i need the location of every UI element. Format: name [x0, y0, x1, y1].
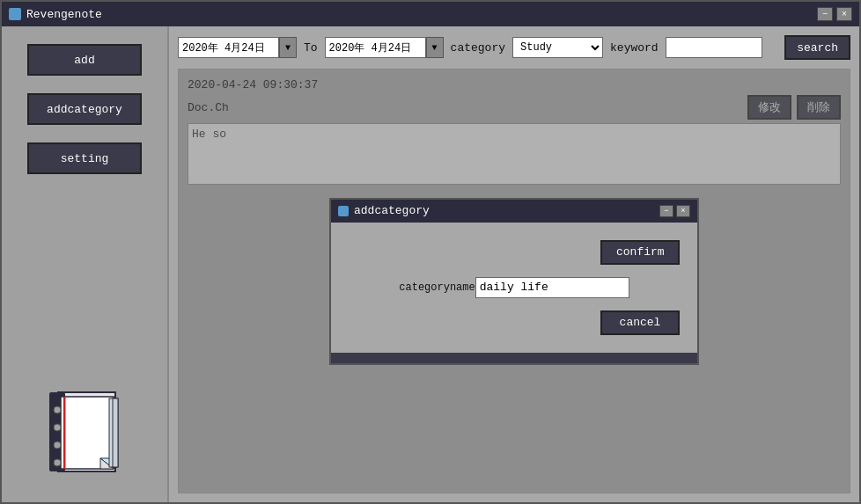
content-area: ▼ To ▼ category Study daily life Work ke… — [169, 26, 859, 502]
dialog-title: addcategory — [354, 204, 430, 217]
titlebar-left: Revengenote — [9, 8, 102, 21]
modal-overlay: addcategory − × confirm — [179, 69, 850, 493]
dialog-icon — [338, 206, 349, 216]
date-from-group: ▼ — [178, 37, 297, 58]
date-to-group: ▼ — [325, 37, 444, 58]
close-button[interactable]: × — [836, 7, 852, 21]
dialog-controls: − × — [659, 205, 690, 217]
dialog-titlebar-left: addcategory — [338, 204, 430, 217]
dialog-body: confirm categoryname cancel — [331, 223, 697, 353]
search-button[interactable]: search — [784, 35, 850, 60]
svg-rect-5 — [63, 397, 66, 469]
category-select[interactable]: Study daily life Work — [512, 37, 603, 58]
dialog-close-button[interactable]: × — [676, 205, 690, 217]
keyword-label: keyword — [610, 41, 659, 55]
main-window: Revengenote − × add addcategory setting — [0, 0, 861, 504]
add-button[interactable]: add — [27, 44, 142, 76]
date-separator: To — [304, 41, 318, 55]
minimize-button[interactable]: − — [817, 7, 833, 21]
addcategory-dialog: addcategory − × confirm — [329, 198, 699, 365]
app-logo — [27, 379, 142, 485]
app-icon — [9, 8, 21, 20]
category-label: category — [451, 41, 505, 55]
dialog-titlebar: addcategory − × — [331, 200, 697, 223]
field-label: categoryname — [399, 281, 475, 294]
note-list-area: 2020-04-24 09:30:37 Doc.Ch 修改 削除 He so — [178, 69, 850, 493]
dialog-footer — [331, 353, 697, 363]
dialog-field-row: categoryname — [349, 277, 680, 298]
setting-button[interactable]: setting — [27, 142, 142, 174]
date-from-input[interactable] — [178, 37, 279, 58]
svg-point-9 — [54, 459, 61, 466]
titlebar: Revengenote − × — [2, 2, 859, 26]
date-to-dropdown[interactable]: ▼ — [426, 37, 444, 58]
categoryname-input[interactable] — [475, 277, 629, 298]
sidebar: add addcategory setting — [2, 26, 169, 502]
titlebar-controls: − × — [817, 7, 852, 21]
dialog-minimize-button[interactable]: − — [659, 205, 673, 217]
addcategory-button[interactable]: addcategory — [27, 93, 142, 125]
svg-point-8 — [54, 442, 61, 449]
svg-rect-11 — [113, 398, 118, 467]
toolbar: ▼ To ▼ category Study daily life Work ke… — [178, 35, 850, 60]
app-title: Revengenote — [26, 8, 102, 21]
confirm-button[interactable]: confirm — [600, 240, 680, 265]
dialog-cancel-column: cancel — [349, 310, 680, 335]
svg-point-7 — [54, 424, 61, 431]
main-content: add addcategory setting — [2, 26, 859, 502]
date-from-dropdown[interactable]: ▼ — [279, 37, 297, 58]
dialog-buttons-column: confirm — [349, 240, 680, 265]
date-to-input[interactable] — [325, 37, 426, 58]
svg-point-6 — [54, 406, 61, 413]
keyword-input[interactable] — [666, 37, 762, 58]
cancel-button[interactable]: cancel — [600, 310, 680, 335]
